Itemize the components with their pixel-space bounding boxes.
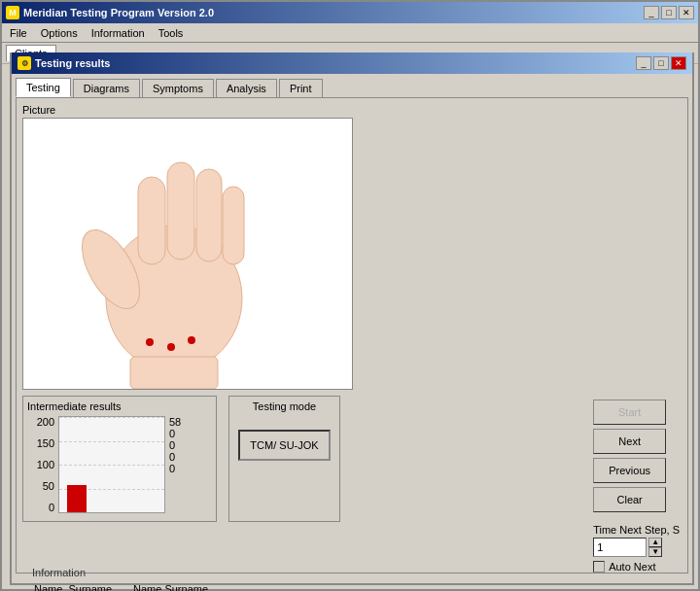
picture-box [22, 118, 353, 390]
menu-file[interactable]: File [4, 25, 33, 41]
auto-next-row: Auto Next [593, 561, 680, 573]
intermediate-results-box: Intermediate results 200 150 100 50 0 [22, 396, 217, 522]
testing-mode-box: Testing mode TCM/ SU-JOK [228, 396, 340, 522]
spinner-buttons: ▲ ▼ [648, 538, 662, 557]
tab-print[interactable]: Print [279, 79, 323, 97]
bar-side-values: 58 0 0 0 0 [169, 416, 181, 513]
svg-point-9 [167, 343, 175, 351]
menu-options[interactable]: Options [35, 25, 84, 41]
outer-title: M Meridian Testing Program Version 2.0 [6, 6, 214, 19]
tab-analysis[interactable]: Analysis [216, 79, 277, 97]
bar-item [67, 485, 87, 512]
info-table: Name, Surname Name Surname Testing date … [32, 580, 353, 591]
auto-next-checkbox[interactable] [593, 561, 605, 573]
action-buttons-panel: Start Next Previous Clear Time Next Step… [593, 400, 680, 573]
menu-information[interactable]: Information [86, 25, 151, 41]
name-value: Name Surname [133, 582, 351, 591]
svg-rect-7 [130, 357, 218, 389]
time-step-input-row: ▲ ▼ [593, 538, 680, 557]
chart-y-labels: 200 150 100 50 0 [27, 416, 54, 513]
next-button[interactable]: Next [593, 429, 666, 454]
start-button[interactable]: Start [593, 400, 666, 425]
info-title: Information [32, 567, 353, 578]
tabs-bar: Testing Diagrams Symptoms Analysis Print [12, 74, 692, 97]
tab-content-testing: Picture [16, 97, 688, 574]
previous-button[interactable]: Previous [593, 458, 666, 483]
outer-titlebar: M Meridian Testing Program Version 2.0 _… [2, 2, 698, 23]
svg-rect-6 [223, 187, 244, 264]
dialog-title-label: ⚙ Testing results [18, 56, 110, 70]
bar-chart-area [58, 416, 165, 513]
outer-window: M Meridian Testing Program Version 2.0 _… [0, 0, 700, 591]
dialog-minimize-btn[interactable]: _ [636, 56, 651, 70]
close-btn[interactable]: ✕ [679, 6, 694, 19]
tab-testing[interactable]: Testing [16, 78, 71, 97]
dialog-titlebar: ⚙ Testing results _ □ ✕ [12, 52, 692, 74]
left-panel: Picture [22, 104, 358, 567]
time-step-label: Time Next Step, S [593, 524, 680, 536]
menu-tools[interactable]: Tools [153, 25, 190, 41]
maximize-btn[interactable]: □ [661, 6, 677, 19]
menubar: File Options Information Tools [2, 23, 698, 43]
app-icon: M [6, 6, 19, 19]
testing-mode-title: Testing mode [253, 400, 316, 412]
time-step-field[interactable] [593, 538, 647, 557]
hand-image [23, 119, 352, 389]
gridline-top [59, 417, 164, 418]
intermediate-title: Intermediate results [27, 400, 212, 412]
dialog-close-btn[interactable]: ✕ [671, 56, 686, 70]
spinner-up-btn[interactable]: ▲ [648, 538, 662, 547]
tab-diagrams[interactable]: Diagrams [73, 79, 140, 97]
name-label: Name, Surname [34, 582, 131, 591]
svg-rect-5 [196, 169, 222, 261]
spinner-down-btn[interactable]: ▼ [648, 547, 662, 557]
auto-next-label: Auto Next [609, 561, 655, 573]
dialog-maximize-btn[interactable]: □ [653, 56, 669, 70]
info-section: Information Name, Surname Name Surname T… [32, 567, 353, 591]
svg-point-8 [146, 338, 154, 346]
gridline-50 [59, 465, 164, 466]
svg-point-10 [188, 336, 195, 344]
right-panel: Information Name, Surname Name Surname T… [22, 567, 353, 591]
tcm-sujok-button[interactable]: TCM/ SU-JOK [238, 430, 330, 461]
tab-symptoms[interactable]: Symptoms [142, 79, 214, 97]
svg-rect-3 [138, 177, 165, 264]
testing-results-dialog: ⚙ Testing results _ □ ✕ Testing Diagrams… [10, 52, 694, 585]
gridline-25 [59, 441, 164, 442]
svg-rect-4 [167, 162, 194, 260]
dialog-icon: ⚙ [18, 56, 31, 70]
minimize-btn[interactable]: _ [644, 6, 659, 19]
picture-label: Picture [22, 104, 358, 116]
dialog-titlebar-buttons: _ □ ✕ [636, 56, 686, 70]
outer-titlebar-buttons: _ □ ✕ [644, 6, 694, 19]
time-step-section: Time Next Step, S ▲ ▼ Auto Next [593, 524, 680, 573]
clear-button[interactable]: Clear [593, 487, 666, 512]
